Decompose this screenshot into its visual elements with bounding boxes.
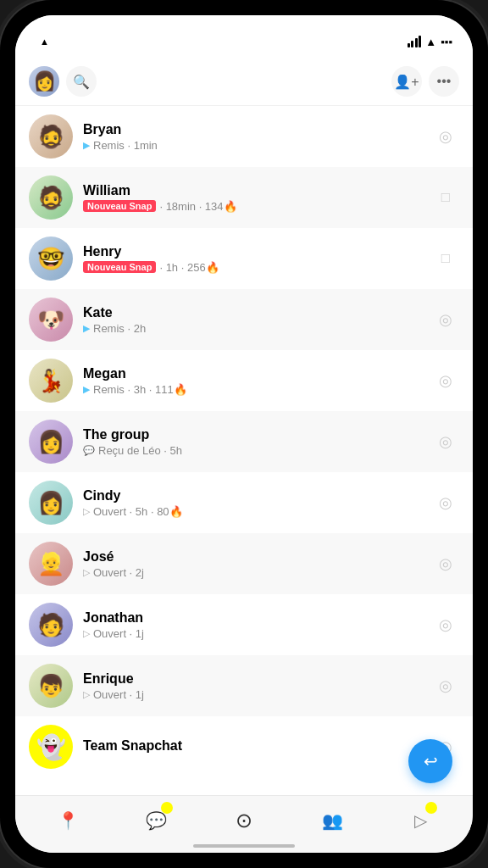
avatar-7: 👩 — [29, 481, 73, 525]
friends-nav-icon: 👥 — [322, 810, 343, 831]
chat-item-henry[interactable]: 🤓 Henry Nouveau Snap · 1h · 256🔥 □ — [15, 228, 473, 289]
chat-action-7[interactable]: ◎ — [432, 489, 459, 516]
battery-icon: ▪▪▪ — [441, 36, 452, 48]
phone-screen: ▲ ▲ ▪▪▪ 👩 🔍 — [15, 15, 473, 853]
camera-action-icon: ◎ — [439, 554, 452, 573]
chat-action-4[interactable]: ◎ — [432, 306, 459, 333]
chat-item-the-group[interactable]: 👩 The group 💬 Reçu de Léo · 5h ◎ — [15, 411, 473, 472]
header-left: 👩 🔍 — [29, 66, 97, 97]
chat-action-2[interactable]: □ — [432, 184, 459, 211]
nav-chat[interactable]: 💬 — [135, 802, 177, 839]
signal-icon — [408, 36, 422, 47]
avatar-1: 🧔 — [29, 114, 73, 159]
chat-name-10: Enrique — [83, 671, 422, 687]
search-icon: 🔍 — [73, 74, 90, 90]
chat-info-8: José ▷ Ouvert · 2j — [83, 549, 422, 579]
chat-status-1: ▶ Remis · 1min — [83, 139, 422, 152]
chat-item-kate[interactable]: 🐶 Kate ▶ Remis · 2h ◎ — [15, 289, 473, 350]
chat-item-megan[interactable]: 💃 Megan ▶ Remis · 3h · 111🔥 ◎ — [15, 350, 473, 411]
chat-item-william[interactable]: 🧔 William Nouveau Snap · 18min · 134🔥 □ — [15, 167, 473, 228]
more-icon: ••• — [437, 74, 452, 89]
new-chat-icon: ↩ — [424, 751, 438, 771]
camera-action-icon: ◎ — [439, 432, 452, 451]
camera-action-icon: ◎ — [439, 127, 452, 146]
my-avatar[interactable]: 👩 — [29, 66, 59, 97]
home-indicator — [193, 844, 295, 848]
chat-action-8[interactable]: ◎ — [432, 550, 459, 577]
wifi-icon: ▲ — [425, 36, 436, 48]
chat-list: 🧔 Bryan ▶ Remis · 1min ◎ 🧔 William Nouve… — [15, 106, 473, 793]
chat-name-7: Cindy — [83, 488, 422, 504]
more-options-button[interactable]: ••• — [429, 66, 459, 97]
avatar-6: 👩 — [29, 420, 73, 464]
chat-info-5: Megan ▶ Remis · 3h · 111🔥 — [83, 366, 422, 396]
chat-info-1: Bryan ▶ Remis · 1min — [83, 122, 422, 152]
avatar-2: 🧔 — [29, 175, 73, 220]
status-time: ▲ — [36, 36, 49, 47]
chat-name-8: José — [83, 549, 422, 565]
avatar-4: 🐶 — [29, 298, 73, 342]
new-chat-fab[interactable]: ↩ — [408, 739, 452, 783]
avatar-9: 🧑 — [29, 603, 73, 647]
avatar-5: 💃 — [29, 359, 73, 403]
chat-item-jonathan[interactable]: 🧑 Jonathan ▷ Ouvert · 1j ◎ — [15, 594, 473, 655]
nav-camera[interactable]: ⊙ — [223, 802, 265, 839]
chat-item-josé[interactable]: 👱 José ▷ Ouvert · 2j ◎ — [15, 533, 473, 594]
chat-info-9: Jonathan ▷ Ouvert · 1j — [83, 610, 422, 640]
search-button[interactable]: 🔍 — [66, 66, 97, 97]
chat-status-2: Nouveau Snap · 18min · 134🔥 — [83, 200, 422, 213]
location-icon: ▲ — [40, 36, 49, 47]
chat-info-2: William Nouveau Snap · 18min · 134🔥 — [83, 183, 422, 213]
chat-action-9[interactable]: ◎ — [432, 611, 459, 638]
discover-badge — [425, 802, 437, 814]
chat-name-5: Megan — [83, 366, 422, 381]
chat-info-4: Kate ▶ Remis · 2h — [83, 305, 422, 335]
chat-action-1[interactable]: ◎ — [432, 123, 459, 150]
chat-bubble-icon: □ — [441, 189, 450, 206]
chat-item-team-snapchat[interactable]: 👻 Team Snapchat ◎ — [15, 716, 473, 777]
add-friend-button[interactable]: 👤+ — [391, 66, 422, 97]
chat-status-5: ▶ Remis · 3h · 111🔥 — [83, 383, 422, 396]
chat-info-7: Cindy ▷ Ouvert · 5h · 80🔥 — [83, 488, 422, 518]
chat-name-9: Jonathan — [83, 610, 422, 626]
chat-item-cindy[interactable]: 👩 Cindy ▷ Ouvert · 5h · 80🔥 ◎ — [15, 472, 473, 533]
nav-friends[interactable]: 👥 — [311, 802, 353, 839]
chat-item-bryan[interactable]: 🧔 Bryan ▶ Remis · 1min ◎ — [15, 106, 473, 167]
status-bar: ▲ ▲ ▪▪▪ — [15, 15, 473, 59]
chat-status-9: ▷ Ouvert · 1j — [83, 627, 422, 640]
phone-frame: ▲ ▲ ▪▪▪ 👩 🔍 — [0, 0, 488, 868]
status-icons: ▲ ▪▪▪ — [408, 36, 452, 48]
chat-badge — [161, 802, 173, 814]
chat-name-2: William — [83, 183, 422, 198]
chat-item-enrique[interactable]: 👦 Enrique ▷ Ouvert · 1j ◎ — [15, 655, 473, 716]
chat-status-6: 💬 Reçu de Léo · 5h — [83, 444, 422, 457]
chat-action-6[interactable]: ◎ — [432, 428, 459, 455]
chat-action-10[interactable]: ◎ — [432, 672, 459, 699]
avatar-8: 👱 — [29, 542, 73, 586]
camera-action-icon: ◎ — [439, 310, 452, 329]
chat-status-3: Nouveau Snap · 1h · 256🔥 — [83, 261, 422, 274]
nav-map[interactable]: 📍 — [47, 802, 89, 839]
chat-name-11: Team Snapchat — [83, 738, 422, 754]
chat-status-4: ▶ Remis · 2h — [83, 322, 422, 335]
camera-nav-icon: ⊙ — [236, 809, 252, 832]
chat-name-4: Kate — [83, 305, 422, 320]
nav-discover[interactable]: ▷ — [399, 802, 441, 839]
avatar-11: 👻 — [29, 725, 73, 769]
chat-name-6: The group — [83, 427, 422, 442]
chat-info-3: Henry Nouveau Snap · 1h · 256🔥 — [83, 244, 422, 274]
chat-bubble-icon: □ — [441, 250, 450, 267]
camera-action-icon: ◎ — [439, 615, 452, 634]
chat-status-8: ▷ Ouvert · 2j — [83, 566, 422, 579]
chat-action-5[interactable]: ◎ — [432, 367, 459, 394]
chat-status-7: ▷ Ouvert · 5h · 80🔥 — [83, 505, 422, 518]
avatar-10: 👦 — [29, 664, 73, 708]
chat-info-11: Team Snapchat — [83, 738, 422, 755]
chat-status-10: ▷ Ouvert · 1j — [83, 688, 422, 701]
camera-action-icon: ◎ — [439, 676, 452, 695]
add-friend-icon: 👤+ — [394, 74, 419, 90]
chat-action-3[interactable]: □ — [432, 245, 459, 272]
avatar-3: 🤓 — [29, 236, 73, 281]
chat-name-3: Henry — [83, 244, 422, 259]
camera-action-icon: ◎ — [439, 493, 452, 512]
